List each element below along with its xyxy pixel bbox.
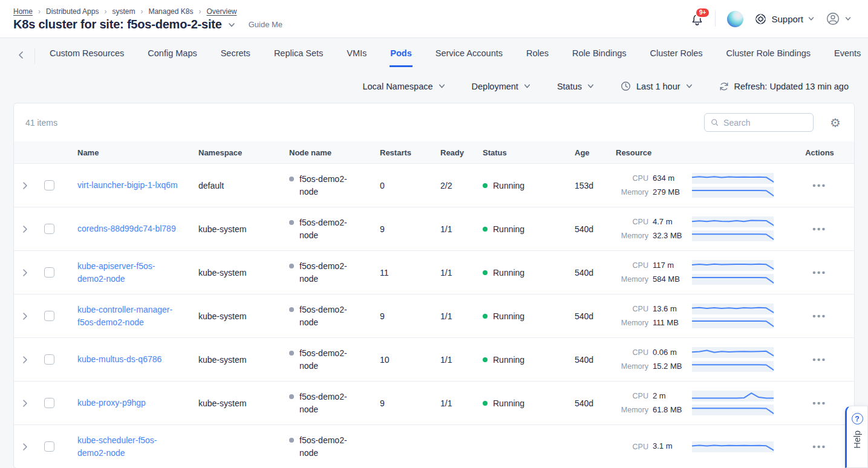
filter-status[interactable]: Status xyxy=(557,82,594,91)
row-expand-chevron-icon[interactable] xyxy=(18,178,31,193)
ai-assistant-orb-icon[interactable] xyxy=(727,11,743,27)
cpu-value: 0.06 m xyxy=(653,347,688,358)
table-settings-gear-icon[interactable]: ⚙ xyxy=(830,117,841,129)
memory-label: Memory xyxy=(616,362,648,371)
pod-name-link[interactable]: kube-apiserver-f5os-demo2-node xyxy=(62,260,189,285)
filter-local-namespace[interactable]: Local Namespace xyxy=(362,82,445,91)
lifebuoy-icon xyxy=(755,13,766,25)
memory-sparkline-chart xyxy=(692,274,774,285)
memory-label: Memory xyxy=(616,406,648,414)
cpu-sparkline-chart xyxy=(692,441,774,452)
chevron-down-icon xyxy=(439,83,445,89)
tab-secrets[interactable]: Secrets xyxy=(220,48,251,67)
page-title: K8s cluster for site: f5os-demo-2-site xyxy=(13,18,222,31)
tab-pods[interactable]: Pods xyxy=(390,48,412,67)
status-running-dot-icon xyxy=(483,314,488,319)
ready-cell: 1/1 xyxy=(440,355,483,365)
chevron-down-icon xyxy=(587,83,594,89)
refresh-icon xyxy=(719,82,729,91)
breadcrumb-separator-icon: › xyxy=(104,7,106,16)
row-checkbox[interactable] xyxy=(44,354,54,365)
row-actions-button[interactable]: ••• xyxy=(809,221,830,236)
breadcrumb-item[interactable]: system xyxy=(112,7,135,16)
node-dot-icon xyxy=(289,264,294,268)
pod-name-link[interactable]: coredns-88d99dc74-bl789 xyxy=(62,223,189,235)
column-header-node-name: Node name xyxy=(289,148,380,157)
status-cell: Running xyxy=(483,311,575,321)
row-checkbox[interactable] xyxy=(44,441,54,452)
breadcrumb-item[interactable]: Home xyxy=(13,7,33,16)
support-label: Support xyxy=(771,14,803,24)
age-cell: 540d xyxy=(575,268,616,278)
row-actions-button[interactable]: ••• xyxy=(809,395,830,411)
row-expand-chevron-icon[interactable] xyxy=(18,440,31,454)
help-tab[interactable]: ? Help xyxy=(845,406,868,468)
filter-deployment[interactable]: Deployment xyxy=(472,82,530,91)
tabs-scroll-left-button[interactable] xyxy=(17,50,25,60)
row-checkbox[interactable] xyxy=(44,224,54,234)
notifications-bell-icon[interactable]: 9+ xyxy=(691,11,703,27)
row-expand-chevron-icon[interactable] xyxy=(18,265,31,280)
node-name-cell: f5os-demo2-node xyxy=(289,216,380,242)
tab-service-accounts[interactable]: Service Accounts xyxy=(435,48,503,67)
tab-replica-sets[interactable]: Replica Sets xyxy=(273,48,324,67)
namespace-cell: kube-system xyxy=(198,224,289,234)
row-expand-chevron-icon[interactable] xyxy=(18,222,31,236)
cpu-value: 4.7 m xyxy=(653,216,688,227)
chevron-down-icon xyxy=(845,16,851,22)
search-box[interactable] xyxy=(704,113,814,132)
cpu-label: CPU xyxy=(616,348,648,357)
memory-value: 32.3 MB xyxy=(653,230,688,241)
namespace-cell: kube-system xyxy=(198,355,289,365)
breadcrumb-separator-icon: › xyxy=(140,7,143,16)
row-checkbox[interactable] xyxy=(44,180,54,190)
row-expand-chevron-icon[interactable] xyxy=(18,396,31,411)
title-chevron-down-icon[interactable] xyxy=(228,21,235,28)
row-checkbox[interactable] xyxy=(44,267,54,278)
support-menu[interactable]: Support xyxy=(755,13,814,25)
breadcrumb-item[interactable]: Overview xyxy=(206,7,237,16)
row-checkbox[interactable] xyxy=(44,311,54,321)
breadcrumb-item[interactable]: Managed K8s xyxy=(148,7,193,16)
age-cell: 540d xyxy=(575,355,616,365)
refresh-button[interactable]: Refresh: Updated 13 min ago xyxy=(719,82,849,91)
row-checkbox[interactable] xyxy=(44,398,54,408)
cpu-value: 13.6 m xyxy=(653,304,688,314)
tab-cluster-role-bindings[interactable]: Cluster Role Bindings xyxy=(726,48,811,67)
resource-cell: CPU 4.7 m Memory 32.3 MB xyxy=(616,216,785,241)
cpu-value: 3.1 m xyxy=(653,441,688,452)
tab-events[interactable]: Events xyxy=(834,48,861,67)
status-running-dot-icon xyxy=(483,183,488,188)
filter-time-range[interactable]: Last 1 hour xyxy=(621,81,693,91)
search-input[interactable] xyxy=(723,118,807,128)
pod-name-link[interactable]: kube-multus-ds-q6786 xyxy=(62,353,189,366)
pod-name-link[interactable]: virt-launcher-bigip-1-lxq6m xyxy=(62,179,189,192)
breadcrumb-item[interactable]: Distributed Apps xyxy=(46,7,99,16)
tab-vmis[interactable]: VMIs xyxy=(346,48,367,67)
tab-cluster-roles[interactable]: Cluster Roles xyxy=(650,48,703,67)
age-cell: 540d xyxy=(575,224,616,234)
cpu-sparkline-chart xyxy=(692,347,774,358)
row-expand-chevron-icon[interactable] xyxy=(18,309,31,323)
pod-name-link[interactable]: kube-proxy-p9hgp xyxy=(62,397,189,409)
tab-custom-resources[interactable]: Custom Resources xyxy=(49,48,125,67)
row-actions-button[interactable]: ••• xyxy=(809,265,830,280)
row-actions-button[interactable]: ••• xyxy=(809,352,830,367)
row-actions-button[interactable]: ••• xyxy=(809,178,830,193)
help-question-icon: ? xyxy=(852,413,863,424)
tab-roles[interactable]: Roles xyxy=(526,48,549,67)
cpu-value: 117 m xyxy=(653,260,688,271)
user-account-menu[interactable] xyxy=(826,11,851,26)
row-expand-chevron-icon[interactable] xyxy=(18,353,31,367)
pod-name-link[interactable]: kube-controller-manager-f5os-demo2-node xyxy=(62,304,189,329)
tab-config-maps[interactable]: Config Maps xyxy=(147,48,197,67)
ready-cell: 1/1 xyxy=(440,311,483,321)
row-actions-button[interactable]: ••• xyxy=(809,308,830,323)
tab-role-bindings[interactable]: Role Bindings xyxy=(572,48,627,67)
pod-name-link[interactable]: kube-scheduler-f5os-demo2-node xyxy=(62,434,189,460)
resource-cell: CPU 13.6 m Memory 111 MB xyxy=(616,304,785,328)
restarts-cell: 9 xyxy=(380,224,440,234)
guide-me-link[interactable]: Guide Me xyxy=(249,20,282,29)
row-actions-button[interactable]: ••• xyxy=(809,439,830,454)
table-row: kube-proxy-p9hgp kube-system f5os-demo2-… xyxy=(14,381,854,424)
